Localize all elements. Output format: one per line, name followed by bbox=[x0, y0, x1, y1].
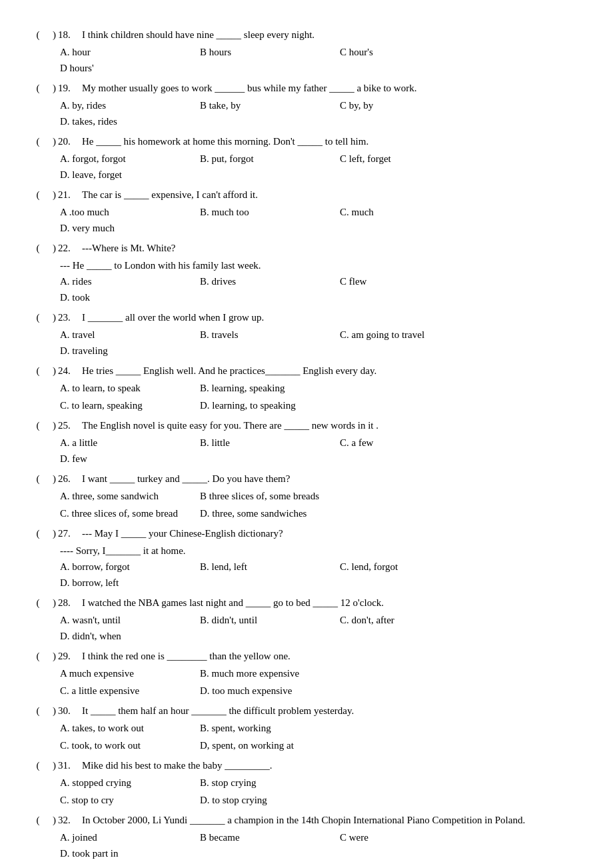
option-item: A. to learn, to speak bbox=[60, 380, 180, 396]
paren-left: ( bbox=[33, 595, 43, 611]
option-item: B. learning, speaking bbox=[200, 380, 320, 396]
paren-right: ) bbox=[53, 812, 58, 828]
paren-left: ( bbox=[33, 417, 43, 433]
question-block: ( )22.---Where is Mt. White?--- He _____… bbox=[33, 240, 580, 305]
option-item: D. leave, forget bbox=[60, 167, 180, 183]
option-item: D. learning, to speaking bbox=[200, 397, 320, 413]
option-row: A. by, ridesB take, byC by, byD. takes, … bbox=[60, 97, 580, 129]
option-row: C. took, to work outD, spent, on working… bbox=[60, 737, 580, 753]
option-item: B. stop crying bbox=[200, 775, 320, 791]
paren-space bbox=[43, 703, 53, 719]
option-row: C. three slices of, some breadD. three, … bbox=[60, 505, 580, 521]
paren-right: ) bbox=[53, 703, 58, 719]
question-block: ( )29.I think the red one is ________ th… bbox=[33, 648, 580, 699]
option-item: B. much too bbox=[200, 204, 320, 220]
question-text: I _______ all over the world when I grow… bbox=[82, 309, 580, 325]
question-number: 19. bbox=[58, 80, 82, 96]
option-item: D, spent, on working at bbox=[200, 737, 320, 753]
question-subtext: --- He _____ to London with his family l… bbox=[60, 257, 580, 273]
paren-left: ( bbox=[33, 757, 43, 773]
paren-space bbox=[43, 812, 53, 828]
option-item: D. few bbox=[60, 451, 180, 467]
option-item: D. didn't, when bbox=[60, 628, 180, 644]
option-item: C. lend, forgot bbox=[340, 559, 460, 575]
question-text: It _____ them half an hour _______ the d… bbox=[82, 703, 580, 719]
question-text: The car is _____ expensive, I can't affo… bbox=[82, 187, 580, 203]
paren-right: ) bbox=[53, 363, 58, 379]
paren-left: ( bbox=[33, 27, 43, 43]
question-line: ( )25.The English novel is quite easy fo… bbox=[33, 417, 580, 433]
option-item: B three slices of, some breads bbox=[200, 488, 320, 504]
question-block: ( )24.He tries _____ English well. And h… bbox=[33, 363, 580, 413]
option-item: C. am going to travel bbox=[340, 327, 460, 343]
option-item: D. too much expensive bbox=[200, 683, 320, 699]
option-row: A .too muchB. much tooC. muchD. very muc… bbox=[60, 204, 580, 236]
paren-space bbox=[43, 187, 53, 203]
paren-space bbox=[43, 595, 53, 611]
question-number: 23. bbox=[58, 309, 82, 325]
question-number: 22. bbox=[58, 240, 82, 256]
question-text: He _____ his homework at home this morni… bbox=[82, 133, 580, 149]
paren-space bbox=[43, 27, 53, 43]
option-item: C were bbox=[340, 829, 460, 845]
paren-right: ) bbox=[53, 187, 58, 203]
question-block: ( )32.In October 2000, Li Yundi _______ … bbox=[33, 812, 580, 861]
option-item: A. hour bbox=[60, 44, 180, 60]
option-item: B. lend, left bbox=[200, 559, 320, 575]
option-row: A much expensiveB. much more expensive bbox=[60, 665, 580, 681]
paren-left: ( bbox=[33, 812, 43, 828]
option-item: A. forgot, forgot bbox=[60, 151, 180, 167]
paren-left: ( bbox=[33, 80, 43, 96]
option-item: C flew bbox=[340, 273, 460, 289]
question-number: 21. bbox=[58, 187, 82, 203]
question-text: I watched the NBA games last night and _… bbox=[82, 595, 580, 611]
question-number: 27. bbox=[58, 525, 82, 541]
question-number: 26. bbox=[58, 471, 82, 487]
option-item: C left, forget bbox=[340, 151, 460, 167]
question-block: ( )28.I watched the NBA games last night… bbox=[33, 595, 580, 644]
question-number: 20. bbox=[58, 133, 82, 149]
paren-space bbox=[43, 525, 53, 541]
question-number: 25. bbox=[58, 417, 82, 433]
option-row: A. borrow, forgotB. lend, leftC. lend, f… bbox=[60, 559, 580, 591]
question-block: ( )18.I think children should have nine … bbox=[33, 27, 580, 76]
option-item: D. very much bbox=[60, 220, 180, 236]
option-row: C. to learn, speakingD. learning, to spe… bbox=[60, 397, 580, 413]
option-item: C. three slices of, some bread bbox=[60, 505, 180, 521]
question-line: ( )27.--- May I _____ your Chinese-Engli… bbox=[33, 525, 580, 541]
question-number: 24. bbox=[58, 363, 82, 379]
question-block: ( )31.Mike did his best to make the baby… bbox=[33, 757, 580, 808]
paren-right: ) bbox=[53, 309, 58, 325]
question-number: 31. bbox=[58, 757, 82, 773]
option-item: D hours' bbox=[60, 60, 180, 76]
paren-space bbox=[43, 363, 53, 379]
question-text: In October 2000, Li Yundi _______ a cham… bbox=[82, 812, 580, 828]
paren-right: ) bbox=[53, 133, 58, 149]
paren-space bbox=[43, 648, 53, 664]
question-line: ( )24.He tries _____ English well. And h… bbox=[33, 363, 580, 379]
option-item: A. a little bbox=[60, 435, 180, 451]
paren-space bbox=[43, 471, 53, 487]
paren-space bbox=[43, 865, 53, 868]
paren-right: ) bbox=[53, 27, 58, 43]
option-item: A. travel bbox=[60, 327, 180, 343]
option-item: B became bbox=[200, 829, 320, 845]
option-item: D. traveling bbox=[60, 343, 180, 359]
question-line: ( )19.My mother usually goes to work ___… bbox=[33, 80, 580, 96]
option-row: C. a little expensiveD. too much expensi… bbox=[60, 683, 580, 699]
paren-left: ( bbox=[33, 865, 43, 868]
question-text: --- May I _____ your Chinese-English dic… bbox=[82, 525, 580, 541]
paren-right: ) bbox=[53, 865, 58, 868]
option-row: A. three, some sandwichB three slices of… bbox=[60, 488, 580, 504]
question-block: ( )33.We are going to travel _________ a… bbox=[33, 865, 580, 868]
option-item: B. spent, working bbox=[200, 720, 320, 736]
option-row: A. to learn, to speakB. learning, speaki… bbox=[60, 380, 580, 396]
option-row: C. stop to cryD. to stop crying bbox=[60, 792, 580, 808]
option-item: D. to stop crying bbox=[200, 792, 320, 808]
questions-container: ( )18.I think children should have nine … bbox=[33, 27, 580, 868]
question-subtext: ---- Sorry, I_______ it at home. bbox=[60, 543, 580, 559]
question-number: 32. bbox=[58, 812, 82, 828]
question-line: ( )21.The car is _____ expensive, I can'… bbox=[33, 187, 580, 203]
paren-left: ( bbox=[33, 133, 43, 149]
paren-right: ) bbox=[53, 80, 58, 96]
